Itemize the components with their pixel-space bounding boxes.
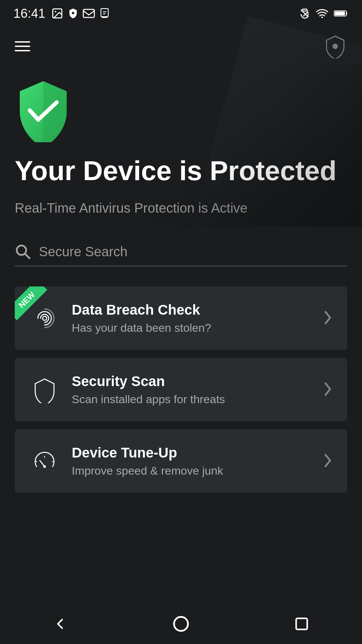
security-scan-title: Security Scan xyxy=(72,373,311,389)
svg-line-13 xyxy=(25,254,29,258)
svg-point-2 xyxy=(72,12,74,14)
hamburger-line-3 xyxy=(15,50,30,51)
svg-rect-10 xyxy=(335,11,345,15)
device-tuneup-chevron xyxy=(323,452,333,470)
hero-title: Your Device is Protected xyxy=(15,156,347,186)
svg-point-19 xyxy=(174,617,188,631)
data-breach-content: Data Breach Check Has your data been sto… xyxy=(72,302,311,334)
svg-rect-4 xyxy=(101,8,108,16)
security-scan-subtitle: Scan installed apps for threats xyxy=(72,393,311,406)
hamburger-line-2 xyxy=(15,46,30,47)
device-tuneup-subtitle: Improve speed & remove junk xyxy=(72,464,311,477)
security-scan-content: Security Scan Scan installed apps for th… xyxy=(72,373,311,406)
shield-scan-icon xyxy=(29,375,60,405)
device-tuneup-content: Device Tune-Up Improve speed & remove ju… xyxy=(72,445,311,477)
data-breach-card[interactable]: NEW Data Breach Check Has your data been… xyxy=(15,286,347,350)
search-bar[interactable]: Secure Search xyxy=(15,244,347,266)
recents-button[interactable] xyxy=(288,610,315,637)
home-button[interactable] xyxy=(168,610,194,637)
header-shield-icon xyxy=(323,34,347,58)
mail-icon xyxy=(83,9,95,18)
navigation-bar xyxy=(0,607,362,644)
new-badge: NEW xyxy=(15,286,52,323)
speedometer-icon xyxy=(29,446,60,476)
svg-rect-20 xyxy=(296,619,307,630)
menu-button[interactable] xyxy=(15,41,30,51)
status-time: 16:41 xyxy=(13,6,45,21)
status-icons-left xyxy=(51,7,110,19)
security-scan-chevron xyxy=(323,381,333,398)
hero-section: Your Device is Protected Real-Time Antiv… xyxy=(0,65,362,227)
back-button[interactable] xyxy=(47,610,74,637)
device-tuneup-title: Device Tune-Up xyxy=(72,445,311,461)
svg-point-11 xyxy=(333,44,338,49)
security-scan-card[interactable]: Security Scan Scan installed apps for th… xyxy=(15,358,347,421)
svg-point-8 xyxy=(321,17,323,18)
mute-icon xyxy=(299,8,310,19)
status-icons-right xyxy=(299,8,349,19)
gallery-icon xyxy=(51,7,63,19)
data-breach-subtitle: Has your data been stolen? xyxy=(72,321,311,334)
status-bar: 16:41 xyxy=(0,0,362,24)
download-icon xyxy=(100,8,110,19)
svg-rect-3 xyxy=(83,9,95,17)
feature-cards: NEW Data Breach Check Has your data been… xyxy=(0,273,362,493)
data-breach-title: Data Breach Check xyxy=(72,302,311,318)
hero-subtitle: Real-Time Antivirus Protection is Active xyxy=(15,199,347,217)
protected-shield-icon xyxy=(15,78,72,142)
search-section[interactable]: Secure Search xyxy=(0,227,362,273)
main-shield xyxy=(15,78,347,144)
svg-point-15 xyxy=(43,465,46,468)
app-header xyxy=(0,24,362,65)
hamburger-line-1 xyxy=(15,41,30,43)
search-placeholder: Secure Search xyxy=(39,244,128,259)
battery-icon xyxy=(334,9,349,17)
device-tuneup-card[interactable]: Device Tune-Up Improve speed & remove ju… xyxy=(15,429,347,493)
data-breach-chevron xyxy=(323,310,333,327)
new-badge-label: NEW xyxy=(15,286,47,320)
svg-point-1 xyxy=(55,11,57,13)
search-icon xyxy=(15,244,31,260)
wifi-icon xyxy=(316,8,328,18)
shield-small-icon xyxy=(68,8,78,19)
